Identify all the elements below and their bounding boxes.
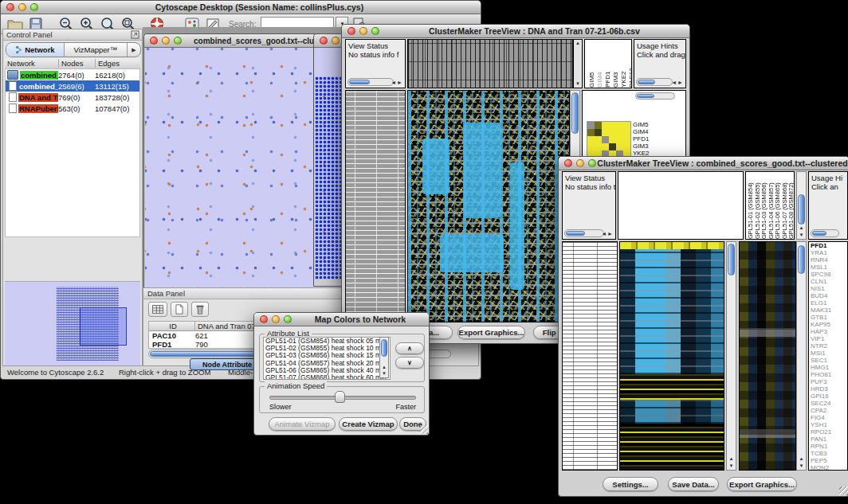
- network-row[interactable]: combined_scores_ 2764(0) 16218(0): [6, 69, 139, 80]
- gene-label[interactable]: HRD3: [811, 385, 847, 393]
- column-label[interactable]: GIM4: [596, 40, 603, 88]
- gene-label[interactable]: FIG4: [811, 414, 847, 421]
- tv2-heatmap[interactable]: [619, 241, 724, 471]
- minimize-button[interactable]: [18, 3, 26, 11]
- col-id[interactable]: ID: [149, 322, 195, 330]
- gene-label[interactable]: RPO21: [811, 428, 847, 436]
- move-down-button[interactable]: ∨: [395, 357, 424, 369]
- down-arrow-icon[interactable]: ▼: [797, 232, 806, 238]
- tv2-settings-button[interactable]: Settings...: [603, 477, 658, 491]
- gene-label[interactable]: PEP5: [811, 457, 847, 464]
- gene-label[interactable]: MAK31: [811, 307, 847, 314]
- tab-network[interactable]: Network: [6, 43, 65, 57]
- gene-label[interactable]: SEC1: [811, 357, 847, 364]
- column-label[interactable]: PFD1: [604, 40, 611, 88]
- scroll-thumb[interactable]: [571, 92, 579, 134]
- scroll-thumb[interactable]: [381, 339, 387, 357]
- matrix-row-label[interactable]: GIM5: [633, 121, 653, 128]
- tv2-hints-hscrollbar[interactable]: [811, 229, 839, 237]
- gene-label[interactable]: BUD4: [811, 292, 847, 299]
- tv1-heatmap[interactable]: [407, 90, 570, 322]
- tv2-save-data-button[interactable]: Save Data...: [668, 477, 719, 491]
- column-label[interactable]: GPL51-08 (GSM872): [788, 172, 795, 239]
- close-button[interactable]: [150, 37, 158, 45]
- zoom-window-button[interactable]: [30, 3, 38, 11]
- tv1-column-dendrogram[interactable]: [407, 39, 573, 88]
- col-network[interactable]: Network: [5, 59, 59, 68]
- attribute-list-vscrollbar[interactable]: ▲ ▼: [379, 337, 389, 378]
- gene-label[interactable]: HAP3: [811, 328, 847, 335]
- move-up-button[interactable]: ∧: [395, 342, 424, 354]
- attribute-item[interactable]: GPL51-07 (GSM868) heat shock 60 min: [264, 374, 390, 380]
- main-titlebar[interactable]: Cytoscape Desktop (Session Name: collins…: [1, 1, 481, 14]
- scroll-left-right-arrows[interactable]: ◄►: [671, 80, 684, 85]
- scroll-left-right-arrows[interactable]: ◄►: [601, 231, 614, 236]
- down-arrow-icon[interactable]: ▼: [797, 463, 806, 469]
- tab-vizmapper[interactable]: VizMapper™: [65, 43, 128, 57]
- tv2-heatmap-vscrollbar[interactable]: ▲ ▼: [726, 241, 736, 471]
- zoom-window-button[interactable]: [174, 37, 182, 45]
- resize-grip[interactable]: [839, 486, 848, 495]
- tv2-mini-heatmap[interactable]: [739, 241, 796, 471]
- attribute-select-button[interactable]: [148, 302, 167, 317]
- minimize-button[interactable]: [272, 315, 280, 323]
- gene-label[interactable]: GPI16: [811, 393, 847, 400]
- tab-overflow-button[interactable]: ▶: [128, 43, 140, 57]
- gene-label[interactable]: PUF3: [811, 378, 847, 385]
- gene-label[interactable]: HMG1: [811, 364, 847, 371]
- column-label[interactable]: YKE2: [620, 40, 627, 88]
- gene-label[interactable]: CLN1: [811, 278, 847, 285]
- down-arrow-icon[interactable]: ▼: [574, 81, 582, 87]
- gene-label[interactable]: PHO81: [811, 371, 847, 378]
- scroll-thumb[interactable]: [812, 231, 826, 236]
- gene-label[interactable]: YRA1: [811, 249, 847, 256]
- gene-label[interactable]: RNR4: [811, 256, 847, 264]
- matrix-row-label[interactable]: GIM4: [633, 128, 653, 135]
- gene-label[interactable]: MON2: [811, 464, 847, 471]
- minimize-button[interactable]: [332, 37, 340, 45]
- tv1-hints-hscrollbar[interactable]: [636, 78, 673, 86]
- down-arrow-icon[interactable]: ▼: [727, 463, 736, 469]
- network-overview[interactable]: [5, 281, 140, 365]
- zoom-window-button[interactable]: [588, 159, 596, 167]
- gene-label[interactable]: VIP1: [811, 335, 847, 342]
- gene-label[interactable]: ELG1: [811, 299, 847, 307]
- tv1-header-vscroll-strip[interactable]: ▲ ▼: [573, 39, 583, 88]
- create-attribute-button[interactable]: [171, 302, 188, 317]
- treeview2-titlebar[interactable]: ClusterMaker TreeView : combined_scores_…: [559, 157, 848, 170]
- gene-label[interactable]: NTR2: [811, 342, 847, 350]
- network-row[interactable]: combined_sco 2569(6) 13112(15): [6, 80, 139, 92]
- scroll-thumb[interactable]: [566, 231, 585, 236]
- gene-label[interactable]: YSH1: [811, 421, 847, 428]
- minimize-button[interactable]: [359, 27, 367, 35]
- scroll-thumb[interactable]: [798, 245, 805, 274]
- resize-grip[interactable]: [419, 425, 428, 434]
- gene-label[interactable]: MSI1: [811, 350, 847, 357]
- treeview1-titlebar[interactable]: ClusterMaker TreeView : DNA and Tran 07-…: [342, 25, 689, 38]
- gene-label[interactable]: PFD1: [811, 242, 847, 249]
- column-label[interactable]: PAC10: [628, 40, 632, 88]
- tv1-matrix-hscrollbar[interactable]: [635, 92, 675, 100]
- minimize-button[interactable]: [576, 159, 584, 167]
- gene-label[interactable]: TCB3: [811, 450, 847, 457]
- up-arrow-icon[interactable]: ▲: [574, 41, 582, 46]
- close-button[interactable]: [347, 27, 355, 35]
- up-arrow-icon[interactable]: ▲: [727, 456, 736, 462]
- up-arrow-icon[interactable]: ▲: [797, 456, 806, 462]
- animate-vizmap-button[interactable]: Animate Vizmap: [269, 417, 336, 431]
- gene-label[interactable]: MSL1: [811, 264, 847, 271]
- dialog-titlebar[interactable]: Map Colors to Network: [254, 313, 429, 326]
- tv1-row-dendrogram[interactable]: [345, 90, 406, 322]
- overview-viewport-rect[interactable]: [80, 307, 128, 346]
- gene-label[interactable]: CPA2: [811, 407, 847, 414]
- matrix-row-label[interactable]: PFD1: [633, 135, 653, 143]
- column-label[interactable]: GIM3: [612, 40, 619, 88]
- gene-label[interactable]: NIS1: [811, 285, 847, 292]
- col-edges[interactable]: Edges: [96, 59, 140, 68]
- zoom-window-button[interactable]: [284, 315, 292, 323]
- delete-attribute-button[interactable]: [191, 302, 209, 317]
- up-arrow-icon[interactable]: ▲: [380, 365, 388, 370]
- close-button[interactable]: [6, 3, 14, 11]
- scroll-thumb[interactable]: [798, 194, 805, 225]
- scroll-thumb[interactable]: [637, 94, 654, 98]
